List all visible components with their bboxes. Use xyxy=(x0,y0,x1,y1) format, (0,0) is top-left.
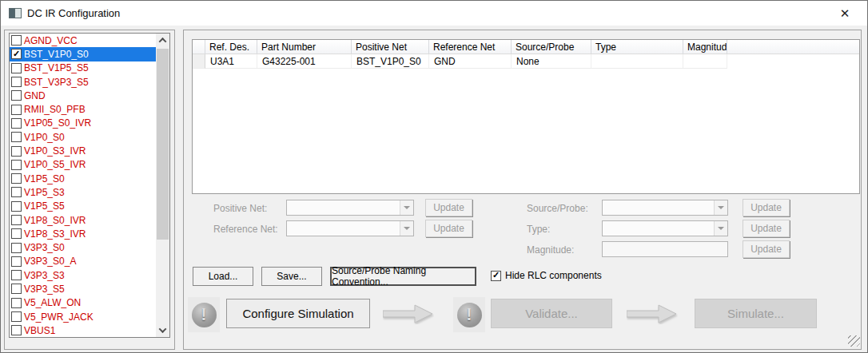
column-header[interactable]: Positive Net xyxy=(352,40,429,54)
reference-net-update-button[interactable]: Update xyxy=(425,220,472,237)
reference-net-label: Reference Net: xyxy=(213,224,278,235)
scroll-up-icon[interactable] xyxy=(156,34,169,47)
column-header[interactable]: Reference Net xyxy=(429,40,512,54)
list-item[interactable]: V5_PWR_JACK xyxy=(10,310,156,323)
validate-button[interactable]: Validate... xyxy=(491,299,612,328)
list-item[interactable]: BST_V1P5_S5 xyxy=(10,61,156,75)
net-label: V5_PWR_JACK xyxy=(24,311,94,323)
magnitude-update-button[interactable]: Update xyxy=(743,240,790,258)
dropdown-button[interactable] xyxy=(714,221,727,236)
checkbox-icon[interactable] xyxy=(11,132,22,142)
simulate-button[interactable]: Simulate... xyxy=(695,299,817,328)
column-header-selector xyxy=(193,40,205,54)
source-probe-combobox[interactable] xyxy=(602,200,728,216)
positive-net-combobox[interactable] xyxy=(286,200,414,216)
dropdown-button[interactable] xyxy=(714,200,727,215)
list-item[interactable]: BST_V3P3_S5 xyxy=(10,75,156,89)
type-update-button[interactable]: Update xyxy=(743,220,790,237)
net-list-panel: AGND_VCCBST_V1P0_S0BST_V1P5_S5BST_V3P3_S… xyxy=(4,30,175,350)
net-label: V1P8_S0_IVR xyxy=(24,215,86,226)
hide-rlc-checkbox[interactable] xyxy=(491,271,501,281)
list-item[interactable]: BST_V1P0_S0 xyxy=(10,47,156,61)
list-item[interactable]: V1P8_S0_IVR xyxy=(10,213,156,227)
arrow-right-icon xyxy=(627,303,678,324)
list-item[interactable]: V1P0_S0 xyxy=(10,130,156,144)
configure-simulation-button[interactable]: Configure Simulation xyxy=(226,299,370,328)
title-bar[interactable]: DC IR Configuration ✕ xyxy=(1,1,867,26)
list-item[interactable]: V3P3_S3 xyxy=(10,268,156,282)
checkbox-icon[interactable] xyxy=(11,146,22,157)
reference-net-combobox[interactable] xyxy=(286,220,414,236)
positive-net-update-button[interactable]: Update xyxy=(425,199,472,216)
list-item[interactable]: V1P8_S3_IVR xyxy=(10,227,156,240)
list-item[interactable]: V1P05_S0_IVR xyxy=(10,117,156,130)
hide-rlc-checkrow: Hide RLC components xyxy=(491,270,602,281)
magnitude-input[interactable] xyxy=(602,241,728,257)
chevron-up-icon xyxy=(159,38,167,46)
checkbox-icon[interactable] xyxy=(11,160,22,170)
checkbox-icon[interactable] xyxy=(11,105,22,115)
column-header[interactable]: Magnitude xyxy=(683,40,727,54)
dropdown-button[interactable] xyxy=(400,200,413,215)
dropdown-button[interactable] xyxy=(400,221,413,236)
list-item[interactable]: V3P3_S0_A xyxy=(10,255,156,268)
save-button[interactable]: Save... xyxy=(261,267,322,286)
naming-convention-button[interactable]: Source/Probe Naming Convention... xyxy=(330,267,476,286)
checkbox-icon[interactable] xyxy=(11,228,22,239)
type-label: Type: xyxy=(527,224,550,235)
row-selector-cell[interactable] xyxy=(193,54,205,69)
checkbox-icon[interactable] xyxy=(11,49,22,59)
list-item[interactable]: GND xyxy=(10,89,156,102)
net-label: AGND_VCC xyxy=(24,35,78,46)
list-item[interactable]: V1P0_S5_IVR xyxy=(10,158,156,172)
checkbox-icon[interactable] xyxy=(11,201,22,212)
net-label: VBUS1 xyxy=(24,325,55,336)
net-label: BST_V1P5_S5 xyxy=(24,62,89,73)
list-item[interactable]: V3P3_S5 xyxy=(10,282,156,295)
checkbox-icon[interactable] xyxy=(11,187,22,197)
resize-grip[interactable] xyxy=(848,335,860,347)
load-button[interactable]: Load... xyxy=(193,267,253,286)
checkbox-icon[interactable] xyxy=(11,284,22,294)
scroll-down-icon[interactable] xyxy=(156,323,169,337)
column-header[interactable]: Part Number xyxy=(257,40,352,54)
net-listbox[interactable]: AGND_VCCBST_V1P0_S0BST_V1P5_S5BST_V3P3_S… xyxy=(9,33,170,338)
checkbox-icon[interactable] xyxy=(11,63,22,73)
parts-table: Ref. Des.Part NumberPositive NetReferenc… xyxy=(192,39,860,194)
column-header[interactable]: Source/Probe xyxy=(512,40,591,54)
checkbox-icon[interactable] xyxy=(11,215,22,225)
net-label: V5_ALW_ON xyxy=(24,297,81,308)
table-row[interactable]: U3A1G43225-001BST_V1P0_S0GNDNone xyxy=(193,54,859,69)
list-item[interactable]: V1P5_S3 xyxy=(10,185,156,199)
checkbox-icon[interactable] xyxy=(11,90,22,101)
checkbox-icon[interactable] xyxy=(11,77,22,87)
list-item[interactable]: V5_ALW_ON xyxy=(10,296,156,310)
checkbox-icon[interactable] xyxy=(11,311,22,322)
type-combobox[interactable] xyxy=(602,220,728,236)
checkbox-icon[interactable] xyxy=(11,256,22,267)
checkbox-icon[interactable] xyxy=(11,325,22,335)
checkbox-icon[interactable] xyxy=(11,270,22,280)
checkbox-icon[interactable] xyxy=(11,243,22,253)
column-header[interactable]: Type xyxy=(591,40,683,54)
window-title: DC IR Configuration xyxy=(27,7,120,19)
checkbox-icon[interactable] xyxy=(11,298,22,308)
net-label: V1P0_S5_IVR xyxy=(24,159,86,170)
vertical-scrollbar[interactable] xyxy=(156,34,169,337)
checkbox-icon[interactable] xyxy=(11,118,22,129)
list-item[interactable]: V3P3_S0 xyxy=(10,240,156,254)
list-item[interactable]: V1P0_S3_IVR xyxy=(10,144,156,157)
list-item[interactable]: AGND_VCC xyxy=(10,34,156,47)
net-label: V1P0_S3_IVR xyxy=(24,145,86,157)
dropdown-arrow-icon xyxy=(718,227,724,230)
source-probe-update-button[interactable]: Update xyxy=(743,199,790,216)
close-icon[interactable]: ✕ xyxy=(829,1,861,26)
checkbox-icon[interactable] xyxy=(11,173,22,184)
list-item[interactable]: RMII_S0_PFB xyxy=(10,102,156,116)
column-header[interactable]: Ref. Des. xyxy=(205,40,257,54)
list-item[interactable]: VBUS1 xyxy=(10,323,156,337)
list-item[interactable]: V1P5_S0 xyxy=(10,172,156,185)
checkbox-icon[interactable] xyxy=(11,35,22,46)
scrollbar-thumb[interactable] xyxy=(157,49,169,240)
list-item[interactable]: V1P5_S5 xyxy=(10,200,156,213)
